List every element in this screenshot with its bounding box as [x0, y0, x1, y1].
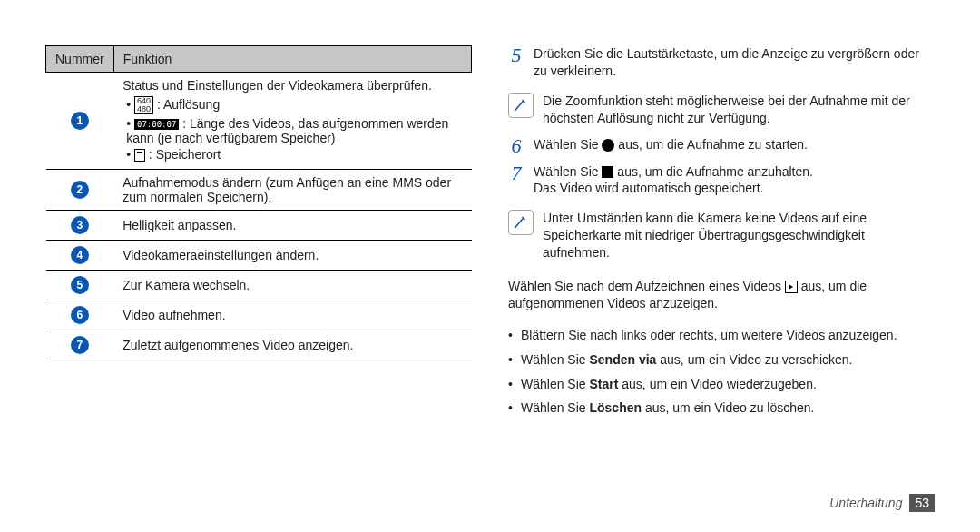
header-number: Nummer	[46, 46, 114, 73]
table-row: 3 Helligkeit anpassen.	[46, 211, 472, 241]
list-item: 07:00:07 : Länge des Videos, das aufgeno…	[126, 116, 462, 145]
number-badge: 3	[71, 216, 89, 234]
table-row: 1 Status und Einstellungen der Videokame…	[46, 73, 472, 170]
number-badge: 1	[71, 112, 89, 130]
bullet-list: Blättern Sie nach links oder rechts, um …	[508, 327, 935, 425]
note-zoom: Die Zoomfunktion steht möglicherweise be…	[508, 93, 935, 127]
number-badge: 5	[71, 276, 89, 294]
resolution-icon: 640480	[134, 96, 153, 114]
row-intro: Status und Einstellungen der Videokamera…	[122, 78, 462, 93]
step-6: 6 Wählen Sie aus, um die Aufnahme zu sta…	[508, 136, 935, 156]
row-text: Zuletzt aufgenommenes Video anzeigen.	[113, 330, 471, 360]
step-7-line2: Das Video wird automatisch gespeichert.	[534, 180, 935, 197]
table-row: 5 Zur Kamera wechseln.	[46, 271, 472, 300]
list-item: Blättern Sie nach links oder rechts, um …	[508, 327, 935, 344]
step-7: 7 Wählen Sie aus, um die Aufnahme anzuha…	[508, 163, 935, 198]
list-item: Wählen Sie Löschen aus, um ein Video zu …	[508, 399, 935, 417]
header-function: Funktion	[113, 46, 471, 73]
row-text: Zur Kamera wechseln.	[113, 271, 471, 300]
table-row: 6 Video aufnehmen.	[46, 300, 472, 330]
step-5: 5 Drücken Sie die Lautstärketaste, um di…	[508, 45, 935, 80]
section-label: Unterhaltung	[829, 496, 902, 510]
page-footer: Unterhaltung 53	[829, 494, 935, 512]
table-row: 4 Videokameraeinstellungen ändern.	[46, 241, 472, 271]
list-item: Wählen Sie Senden via aus, um ein Video …	[508, 351, 935, 369]
timer-icon: 07:00:07	[134, 119, 179, 130]
stop-square-icon	[602, 166, 613, 178]
playback-paragraph: Wählen Sie nach dem Aufzeichnen eines Vi…	[508, 278, 935, 312]
table-row: 2 Aufnahmemodus ändern (zum Anfügen an e…	[46, 170, 472, 211]
row-text: Helligkeit anpassen.	[113, 211, 471, 241]
note-sdcard: Unter Umständen kann die Kamera keine Vi…	[508, 210, 935, 261]
table-row: 7 Zuletzt aufgenommenes Video anzeigen.	[46, 330, 472, 360]
row-text: Video aufnehmen.	[113, 300, 471, 330]
list-item: Wählen Sie Start aus, um ein Video wiede…	[508, 376, 935, 393]
list-item: : Speicherort	[126, 147, 462, 162]
number-badge: 4	[71, 246, 89, 264]
row-text: Videokameraeinstellungen ändern.	[113, 241, 471, 271]
page-number: 53	[909, 494, 935, 512]
note-icon	[508, 210, 534, 235]
row-text: Aufnahmemodus ändern (zum Anfügen an ein…	[113, 170, 471, 211]
number-badge: 2	[71, 181, 89, 199]
function-table: Nummer Funktion 1 Status und Einstellung…	[45, 45, 472, 360]
note-icon	[508, 93, 534, 118]
storage-icon	[134, 149, 145, 162]
number-badge: 6	[71, 306, 89, 324]
list-item: 640480 : Auflösung	[126, 96, 462, 114]
record-circle-icon	[602, 139, 614, 152]
number-badge: 7	[71, 336, 89, 354]
play-icon	[785, 281, 798, 293]
